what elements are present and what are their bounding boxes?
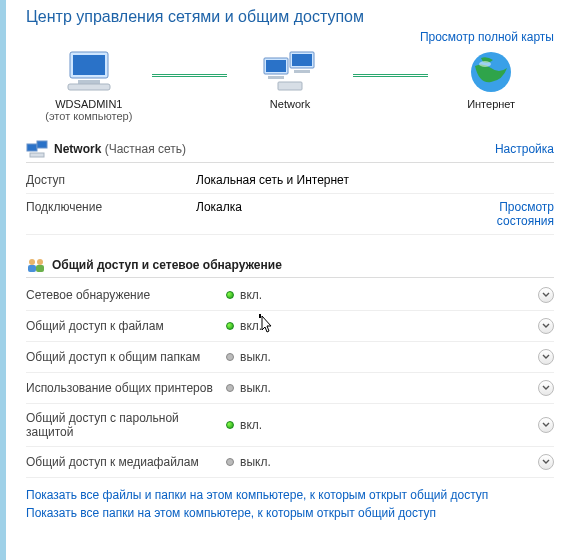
status-off-icon (226, 353, 234, 361)
configure-link[interactable]: Настройка (495, 142, 554, 156)
share-label: Общий доступ к файлам (26, 319, 226, 333)
show-all-shared-folders-link[interactable]: Показать все папки на этом компьютере, к… (26, 506, 436, 520)
chevron-down-icon (542, 291, 550, 299)
share-value: выкл. (226, 350, 534, 364)
network-info-table: Доступ Локальная сеть и Интернет Подключ… (26, 167, 554, 235)
network-small-icon (26, 140, 48, 158)
share-row: Общий доступ к файламвкл. (26, 311, 554, 342)
svg-rect-6 (268, 76, 284, 79)
svg-rect-1 (73, 55, 105, 75)
expand-button[interactable] (538, 318, 554, 334)
share-row: Общий доступ с парольной защитойвкл. (26, 404, 554, 447)
expand-button[interactable] (538, 349, 554, 365)
svg-rect-5 (266, 60, 286, 72)
svg-rect-19 (36, 265, 44, 272)
table-row: Подключение Локалка Просмотр состояния (26, 194, 554, 235)
status-on-icon (226, 421, 234, 429)
access-value: Локальная сеть и Интернет (196, 167, 464, 194)
computer-icon (64, 50, 114, 94)
node-network: Network (227, 50, 353, 110)
share-row: Общий доступ к общим папкамвыкл. (26, 342, 554, 373)
share-value: выкл. (226, 455, 534, 469)
svg-point-18 (37, 259, 43, 265)
expand-button[interactable] (538, 287, 554, 303)
svg-rect-3 (68, 84, 110, 90)
connection-value: Локалка (196, 194, 464, 235)
chevron-down-icon (542, 384, 550, 392)
node-this-pc-sub: (этот компьютер) (26, 110, 152, 122)
globe-icon (469, 50, 513, 94)
share-value: вкл. (226, 319, 534, 333)
svg-point-16 (29, 259, 35, 265)
footer-links: Показать все файлы и папки на этом компь… (26, 488, 554, 520)
share-state-text: вкл. (240, 418, 262, 432)
network-name: Network (54, 142, 101, 156)
share-state-text: вкл. (240, 319, 262, 333)
network-type: (Частная сеть) (105, 142, 186, 156)
chevron-down-icon (542, 353, 550, 361)
network-map: WDSADMIN1 (этот компьютер) Network (26, 50, 554, 122)
node-this-pc-name: WDSADMIN1 (26, 98, 152, 110)
view-status-link[interactable]: Просмотр состояния (497, 200, 554, 228)
people-icon (26, 257, 46, 273)
svg-rect-10 (278, 82, 302, 90)
expand-button[interactable] (538, 454, 554, 470)
access-label: Доступ (26, 167, 196, 194)
sharing-list: Сетевое обнаружениевкл.Общий доступ к фа… (26, 280, 554, 478)
view-full-map-link[interactable]: Просмотр полной карты (420, 30, 554, 44)
status-off-icon (226, 384, 234, 392)
share-label: Общий доступ с парольной защитой (26, 411, 226, 439)
share-label: Общий доступ к медиафайлам (26, 455, 226, 469)
node-internet-name: Интернет (428, 98, 554, 110)
node-this-pc: WDSADMIN1 (этот компьютер) (26, 50, 152, 122)
status-off-icon (226, 458, 234, 466)
share-state-text: выкл. (240, 350, 271, 364)
node-internet: Интернет (428, 50, 554, 110)
svg-rect-9 (294, 70, 310, 73)
share-state-text: выкл. (240, 455, 271, 469)
connection-line (152, 74, 227, 77)
svg-rect-13 (27, 144, 37, 151)
share-value: вкл. (226, 418, 534, 432)
chevron-down-icon (542, 458, 550, 466)
share-label: Общий доступ к общим папкам (26, 350, 226, 364)
connection-line (353, 74, 428, 77)
network-icon (262, 50, 318, 94)
share-label: Сетевое обнаружение (26, 288, 226, 302)
status-on-icon (226, 291, 234, 299)
show-all-shared-files-link[interactable]: Показать все файлы и папки на этом компь… (26, 488, 488, 502)
share-state-text: выкл. (240, 381, 271, 395)
network-section-header: Network (Частная сеть) Настройка (26, 140, 554, 163)
share-label: Использование общих принтеров (26, 381, 226, 395)
chevron-down-icon (542, 421, 550, 429)
svg-rect-14 (37, 141, 47, 148)
chevron-down-icon (542, 322, 550, 330)
svg-rect-8 (292, 54, 312, 66)
share-row: Использование общих принтероввыкл. (26, 373, 554, 404)
svg-rect-15 (30, 153, 44, 157)
svg-rect-17 (28, 265, 36, 272)
share-value: выкл. (226, 381, 534, 395)
table-row: Доступ Локальная сеть и Интернет (26, 167, 554, 194)
page-title: Центр управления сетями и общим доступом (26, 8, 554, 26)
share-value: вкл. (226, 288, 534, 302)
sharing-title: Общий доступ и сетевое обнаружение (52, 258, 282, 272)
svg-rect-2 (78, 80, 100, 84)
share-row: Сетевое обнаружениевкл. (26, 280, 554, 311)
share-row: Общий доступ к медиафайламвыкл. (26, 447, 554, 478)
node-network-name: Network (227, 98, 353, 110)
expand-button[interactable] (538, 380, 554, 396)
share-state-text: вкл. (240, 288, 262, 302)
sharing-section-header: Общий доступ и сетевое обнаружение (26, 253, 554, 278)
svg-point-12 (479, 61, 491, 67)
expand-button[interactable] (538, 417, 554, 433)
status-on-icon (226, 322, 234, 330)
connection-label: Подключение (26, 194, 196, 235)
